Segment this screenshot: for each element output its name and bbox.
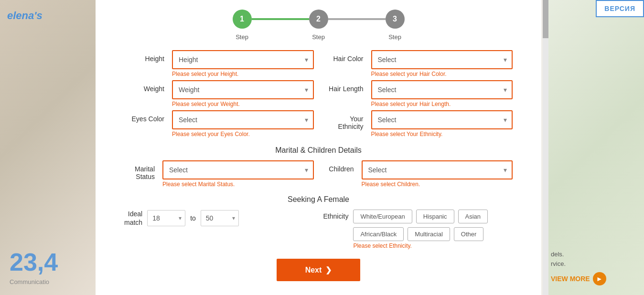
view-more-arrow-icon: ►	[593, 272, 606, 285]
marital-status-group: MaritalStatus SelectSingleDivorcedWidowe…	[124, 160, 314, 188]
view-more-label: VIEW MORE	[551, 275, 590, 283]
hair-length-label: Hair Length	[323, 80, 371, 93]
right-text1: dels.	[551, 250, 637, 259]
ethnicity-search-group: Ethnicity White/European Hispanic Asian …	[323, 210, 513, 249]
view-more-link[interactable]: VIEW MORE ►	[551, 272, 637, 285]
hair-length-field-wrapper: SelectShortMediumLongVery Long Please se…	[371, 80, 513, 107]
children-select[interactable]: SelectNo children1234+	[362, 160, 513, 179]
next-button-row: Next ❯	[124, 259, 513, 281]
right-text2: rvice.	[551, 259, 637, 269]
hair-length-group: Hair Length SelectShortMediumLongVery Lo…	[323, 80, 513, 107]
your-ethnicity-field-wrapper: SelectWhite/EuropeanHispanicAsianAfrican…	[371, 110, 513, 137]
your-ethnicity-label: Your Ethnicity	[323, 110, 371, 130]
weight-field-wrapper: Weight90 lbs100 lbs110 lbs120 lbs130 lbs…	[172, 80, 314, 107]
eyes-color-label: Eyes Color	[124, 110, 172, 123]
chip-white-european[interactable]: White/European	[353, 210, 412, 223]
main-form-modal: 1 2 3 Step Step Step Height Height4'10"4…	[96, 0, 541, 295]
hair-color-group: Hair Color SelectBlondeBrownBlackRedGray…	[323, 50, 513, 77]
ethnicity-chips-row-2: African/Black Multiracial Other	[353, 227, 488, 241]
left-subtext: Communicatio	[10, 278, 91, 285]
children-label: Children	[323, 160, 362, 188]
your-ethnicity-select-wrapper: SelectWhite/EuropeanHispanicAsianAfrican…	[371, 110, 513, 129]
hair-length-error: Please select your Hair Length.	[371, 101, 513, 107]
hair-color-label: Hair Color	[323, 50, 371, 63]
children-error: Please select Children.	[362, 181, 513, 188]
ethnicity-search-error: Please select Ethnicity.	[353, 242, 488, 249]
steps-bar: 1 2 3	[124, 0, 513, 33]
height-label: Height	[124, 50, 172, 63]
ideal-match-from-wrapper: 1819202122232425262728293035404550556065…	[147, 210, 185, 226]
next-button-chevron-icon: ❯	[325, 265, 332, 274]
weight-label: Weight	[124, 80, 172, 93]
weight-error: Please select your Weight.	[172, 101, 314, 107]
ethnicity-search-label: Ethnicity	[323, 210, 349, 220]
step-3-label: Step	[386, 33, 405, 41]
height-select-wrapper: Height4'10"4'11"5'0"5'1"5'2"5'3"5'4"5'5"…	[172, 50, 314, 69]
your-ethnicity-select[interactable]: SelectWhite/EuropeanHispanicAsianAfrican…	[371, 110, 513, 129]
height-field-wrapper: Height4'10"4'11"5'0"5'1"5'2"5'3"5'4"5'5"…	[172, 50, 314, 77]
weight-group: Weight Weight90 lbs100 lbs110 lbs120 lbs…	[124, 80, 314, 107]
step-line-2-3	[328, 18, 386, 20]
ethnicity-chips-container: White/European Hispanic Asian African/Bl…	[353, 210, 488, 249]
right-overlay: dels. rvice. VIEW MORE ►	[544, 0, 644, 295]
marital-status-label: MaritalStatus	[124, 160, 162, 188]
top-banner: ВЕРСИЯ	[596, 0, 644, 17]
step-labels: Step Step Step	[124, 33, 513, 41]
step-1-circle: 1	[233, 10, 252, 29]
seeking-section-header: Seeking A Female	[124, 195, 513, 204]
ideal-match-label: Idealmatch	[124, 210, 142, 227]
chip-african-black[interactable]: African/Black	[353, 227, 404, 241]
step-1-label: Step	[233, 33, 252, 41]
children-select-wrapper: SelectNo children1234+	[362, 160, 513, 179]
logo: elena's	[7, 10, 43, 22]
your-ethnicity-error: Please select Your Ethnicity.	[371, 131, 513, 137]
marital-section-header: Marital & Children Details	[124, 146, 513, 155]
weight-select-wrapper: Weight90 lbs100 lbs110 lbs120 lbs130 lbs…	[172, 80, 314, 99]
hair-color-error: Please select your Hair Color.	[371, 71, 513, 77]
left-number: 23,4	[10, 248, 91, 276]
scrollbar-thumb[interactable]	[543, 0, 548, 38]
marital-status-field-wrapper: SelectSingleDivorcedWidowedSeparated Ple…	[162, 160, 314, 188]
hair-color-field-wrapper: SelectBlondeBrownBlackRedGrayOther Pleas…	[371, 50, 513, 77]
eyes-color-select[interactable]: SelectBrownBlueGreenHazelGrayOther	[172, 110, 314, 129]
height-group: Height Height4'10"4'11"5'0"5'1"5'2"5'3"5…	[124, 50, 314, 77]
form-right-col: Hair Color SelectBlondeBrownBlackRedGray…	[323, 50, 513, 138]
step-2-label: Step	[309, 33, 328, 41]
physical-form: Height Height4'10"4'11"5'0"5'1"5'2"5'3"5…	[124, 50, 513, 138]
chip-hispanic[interactable]: Hispanic	[416, 210, 454, 223]
marital-status-select[interactable]: SelectSingleDivorcedWidowedSeparated	[162, 160, 314, 179]
hair-color-select-wrapper: SelectBlondeBrownBlackRedGrayOther	[371, 50, 513, 69]
eyes-color-error: Please select your Eyes Color.	[172, 131, 314, 137]
height-select[interactable]: Height4'10"4'11"5'0"5'1"5'2"5'3"5'4"5'5"…	[172, 50, 314, 69]
ideal-match-from-select[interactable]: 1819202122232425262728293035404550556065…	[147, 210, 185, 226]
ideal-match-to-wrapper: 1820253035404550556065707580	[201, 210, 239, 226]
next-button[interactable]: Next ❯	[277, 259, 361, 281]
children-group: Children SelectNo children1234+ Please s…	[323, 160, 513, 188]
ideal-match-to-select[interactable]: 1820253035404550556065707580	[201, 210, 239, 226]
hair-color-select[interactable]: SelectBlondeBrownBlackRedGrayOther	[371, 50, 513, 69]
form-left-col: Height Height4'10"4'11"5'0"5'1"5'2"5'3"5…	[124, 50, 314, 138]
eyes-color-select-wrapper: SelectBrownBlueGreenHazelGrayOther	[172, 110, 314, 129]
step-line-1-2	[252, 18, 309, 20]
scrollbar[interactable]	[543, 0, 548, 295]
step-2-circle: 2	[309, 10, 328, 29]
chip-asian[interactable]: Asian	[458, 210, 488, 223]
marital-status-select-wrapper: SelectSingleDivorcedWidowedSeparated	[162, 160, 314, 179]
height-error: Please select your Height.	[172, 71, 314, 77]
ethnicity-chips-row: White/European Hispanic Asian	[353, 210, 488, 223]
your-ethnicity-group: Your Ethnicity SelectWhite/EuropeanHispa…	[323, 110, 513, 137]
weight-select[interactable]: Weight90 lbs100 lbs110 lbs120 lbs130 lbs…	[172, 80, 314, 99]
eyes-color-group: Eyes Color SelectBrownBlueGreenHazelGray…	[124, 110, 314, 137]
hair-length-select-wrapper: SelectShortMediumLongVery Long	[371, 80, 513, 99]
chip-multiracial[interactable]: Multiracial	[408, 227, 450, 241]
seeking-row: Idealmatch 18192021222324252627282930354…	[124, 210, 513, 249]
marital-children-row: MaritalStatus SelectSingleDivorcedWidowe…	[124, 160, 513, 188]
chip-other[interactable]: Other	[454, 227, 484, 241]
next-button-label: Next	[305, 266, 322, 274]
step-3-circle: 3	[386, 10, 405, 29]
marital-status-error: Please select Marital Status.	[162, 181, 314, 188]
to-text: to	[190, 214, 196, 222]
left-overlay: 23,4 Communicatio	[0, 0, 100, 295]
hair-length-select[interactable]: SelectShortMediumLongVery Long	[371, 80, 513, 99]
eyes-color-field-wrapper: SelectBrownBlueGreenHazelGrayOther Pleas…	[172, 110, 314, 137]
